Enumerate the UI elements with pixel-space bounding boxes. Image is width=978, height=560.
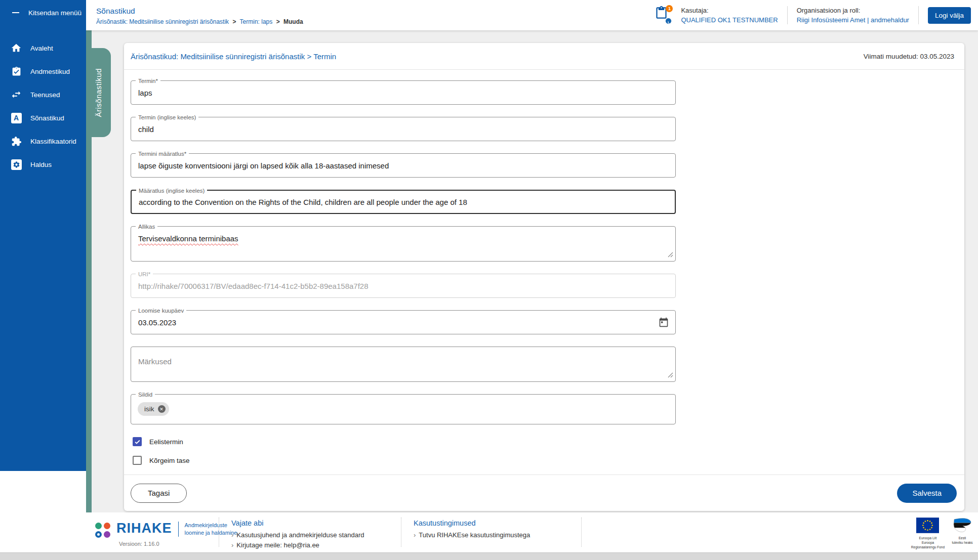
sidebar-item-label: Sõnastikud [30, 114, 64, 122]
resize-handle-icon[interactable] [668, 371, 673, 380]
footer-divider [219, 518, 219, 547]
rihake-brand: RIHAKE Andmekirjelduste loomine ja halda… [95, 519, 237, 538]
sidebar-item-avaleht[interactable]: Avaleht [0, 36, 86, 60]
field-definition-en-label: Määratlus (inglise keeles) [136, 187, 207, 194]
field-termin-en[interactable]: Termin (inglise keeles) child [131, 117, 676, 141]
home-icon [10, 42, 22, 54]
user-block: Kasutaja: QUALIFIED OK1 TESTNUMBER [681, 6, 778, 25]
swap-arrows-icon [10, 89, 22, 101]
version-label: Versioon: 1.16.0 [119, 541, 159, 547]
field-definition-value: lapse õiguste konventsiooni järgi on lap… [131, 161, 396, 170]
field-uri-value: http://rihake/70006317/BV/edaad8ec-f714-… [131, 282, 376, 290]
chevron-right-icon: › [231, 531, 233, 539]
sidebar-item-klassifikaatorid[interactable]: Klassifikaatorid [0, 130, 86, 153]
sidebar-item-sonastikud[interactable]: A Sõnastikud [0, 106, 86, 130]
eu-flag-logo: Euroopa Liit Euroopa Regionaalarengu Fon… [911, 518, 945, 549]
field-uri: URI* http://rihake/70006317/BV/edaad8ec-… [131, 274, 676, 298]
user-name-link[interactable]: QUALIFIED OK1 TESTNUMBER [681, 15, 778, 25]
checkbox-row-eelistermin[interactable]: Eelistermin [133, 437, 964, 447]
field-termin-value: laps [131, 89, 159, 97]
sidebar-item-teenused[interactable]: Teenused [0, 83, 86, 106]
sidebar-item-haldus[interactable]: Haldus [0, 153, 86, 176]
chevron-right-icon: › [414, 531, 416, 539]
sidebar: Kitsendan menüü Avaleht Andmestikud Teen… [0, 0, 86, 471]
field-uri-label: URI* [136, 271, 153, 278]
gear-icon [10, 158, 22, 170]
checkbox-label: Eelistermin [149, 438, 183, 446]
term-edit-card: Ärisõnastikud: Meditsiinilise sünniregis… [124, 43, 964, 511]
help-link-email[interactable]: ›Kirjutage meile: help@ria.ee [231, 541, 364, 549]
checkbox-unchecked-icon[interactable] [133, 456, 142, 465]
minus-icon [12, 12, 19, 13]
field-source[interactable]: Allikas Tervisevaldkonna terminibaas [131, 226, 676, 262]
collapse-menu-button[interactable]: Kitsendan menüü [0, 0, 86, 25]
footer-divider [581, 518, 582, 547]
breadcrumb-link-term[interactable]: Termin: laps [240, 18, 273, 25]
chip-remove-icon[interactable]: ✕ [158, 405, 166, 413]
tag-chip-label: isik [144, 405, 154, 413]
sidebar-item-label: Teenused [30, 91, 60, 99]
field-termin-label: Termin* [136, 77, 160, 84]
organisation-block: Organisatsioon ja roll: Riigi Infosüstee… [797, 6, 909, 25]
help-heading[interactable]: Vajate abi [231, 519, 364, 527]
user-label: Kasutaja: [681, 6, 778, 16]
sidebar-item-andmestikud[interactable]: Andmestikud [0, 60, 86, 83]
save-button[interactable]: Salvesta [897, 484, 957, 503]
breadcrumb-current: Muuda [283, 18, 303, 25]
field-created-date-label: Loomise kuupäev [136, 307, 186, 314]
puzzle-icon [10, 135, 22, 147]
field-notes[interactable]: Märkused [131, 347, 676, 382]
top-header: Sõnastikud Ärisõnastik: Meditsiinilise s… [86, 0, 978, 30]
field-tags[interactable]: Sildid isik ✕ [131, 394, 676, 424]
footer-terms-column: Kasutustingimused ›Tutvu RIHAKEse kasutu… [414, 519, 530, 541]
logout-button[interactable]: Logi välja [928, 7, 971, 24]
page-footer: RIHAKE Andmekirjelduste loomine ja halda… [0, 512, 978, 552]
rihake-logo-icon [95, 523, 110, 538]
sidebar-item-label: Haldus [30, 161, 52, 168]
header-divider [918, 6, 919, 24]
field-definition-en-value: according to the Convention on the Right… [132, 198, 474, 206]
field-source-label: Allikas [136, 223, 157, 230]
field-tags-label: Sildid [136, 391, 155, 398]
checkbox-row-korgeim-tase[interactable]: Kõrgeim tase [133, 455, 964, 465]
tab-arisonastikud-label: Ärisõnastikud [94, 68, 103, 117]
estonia-logo: Eesti tuleviku heaks [952, 518, 973, 545]
card-title: Ärisõnastikud: Meditsiinilise sünniregis… [131, 52, 336, 61]
page-title: Sõnastikud [96, 7, 303, 16]
field-created-date-value: 03.05.2023 [131, 318, 183, 327]
field-termin[interactable]: Termin* laps [131, 80, 676, 105]
tab-arisonastikud[interactable]: Ärisõnastikud [86, 48, 111, 137]
brand-name: RIHAKE [116, 519, 172, 538]
field-definition-en[interactable]: Määratlus (inglise keeles) according to … [131, 190, 676, 214]
sidebar-item-label: Andmestikud [30, 68, 70, 75]
breadcrumb-separator: > [232, 18, 236, 25]
resize-handle-icon[interactable] [668, 250, 673, 260]
field-notes-placeholder: Märkused [131, 347, 675, 366]
checkbox-checked-icon[interactable] [133, 437, 142, 446]
notifications-button[interactable]: 1 [655, 6, 672, 24]
brand-divider [178, 522, 179, 537]
field-definition-label: Termini määratlus* [136, 150, 189, 157]
clipboard-check-icon [10, 65, 22, 77]
header-divider [787, 6, 788, 24]
last-modified: Viimati muudetud: 03.05.2023 [864, 53, 954, 60]
terms-link[interactable]: ›Tutvu RIHAKEse kasutustingimustega [414, 531, 530, 539]
calendar-icon[interactable] [659, 317, 669, 329]
bottom-bar [0, 552, 978, 560]
field-created-date[interactable]: Loomise kuupäev 03.05.2023 [131, 310, 676, 334]
tag-chip: isik ✕ [138, 402, 169, 416]
chevron-right-icon: › [231, 541, 233, 549]
organisation-role-link[interactable]: Riigi Infosüsteemi Amet | andmehaldur [797, 15, 909, 25]
sidebar-item-label: Klassifikaatorid [30, 138, 76, 145]
notification-badge: 1 [666, 5, 673, 12]
breadcrumb: Ärisõnastik: Meditsiinilise sünniregistr… [96, 18, 303, 25]
field-termin-en-value: child [131, 125, 161, 134]
organisation-label: Organisatsioon ja roll: [797, 6, 909, 16]
field-definition[interactable]: Termini määratlus* lapse õiguste konvent… [131, 153, 676, 178]
footer-divider [401, 518, 401, 547]
sidebar-item-label: Avaleht [30, 45, 53, 52]
back-button[interactable]: Tagasi [131, 484, 187, 503]
help-link-manual[interactable]: ›Kasutusjuhend ja andmekirjelduse standa… [231, 531, 364, 539]
breadcrumb-link-glossary[interactable]: Ärisõnastik: Meditsiinilise sünniregistr… [96, 18, 229, 25]
terms-heading[interactable]: Kasutustingimused [414, 519, 530, 527]
